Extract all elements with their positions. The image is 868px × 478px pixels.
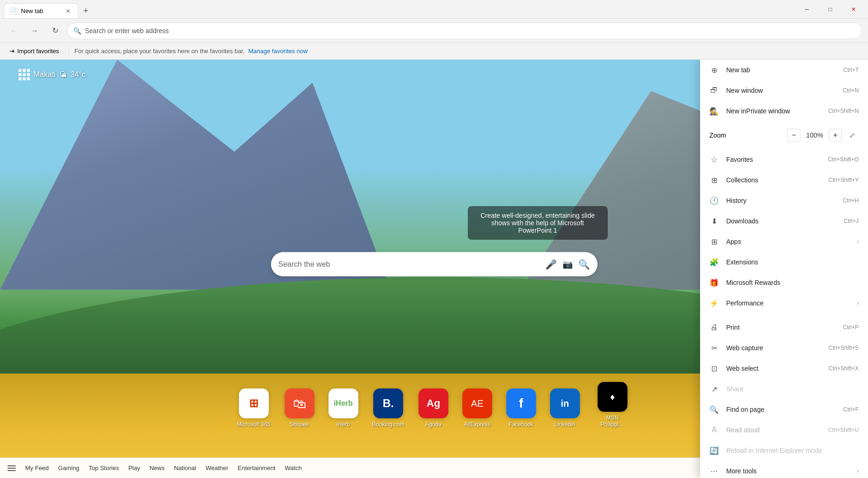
- bottom-nav-entertainment[interactable]: Entertainment: [238, 464, 276, 471]
- facebook-icon: f: [506, 388, 536, 418]
- new-window-shortcut: Ctrl+N: [843, 87, 859, 94]
- shopee-icon: 🛍: [285, 388, 314, 418]
- apps-grid-icon[interactable]: [19, 69, 30, 80]
- tab-label: New tab: [21, 7, 43, 14]
- share-icon: ↗: [709, 384, 719, 394]
- menu-item-collections[interactable]: ⊞ Collections Ctrl+Shift+Y: [700, 170, 868, 190]
- inprivate-shortcut: Ctrl+Shift+N: [828, 108, 859, 114]
- menu-item-web-select[interactable]: ⊡ Web select Ctrl+Shift+X: [700, 358, 868, 379]
- quick-link-msn[interactable]: ♦ MSN Philippi…: [594, 382, 631, 428]
- bottom-nav-play[interactable]: Play: [128, 464, 140, 471]
- search-submit-button[interactable]: 🔍: [578, 258, 590, 270]
- extensions-label: Extensions: [726, 258, 859, 266]
- quick-link-iherb[interactable]: iHerb iHerb: [328, 388, 358, 428]
- menu-item-rewards[interactable]: 🎁 Microsoft Rewards: [700, 272, 868, 293]
- bottom-nav-myfeed[interactable]: My Feed: [25, 464, 49, 471]
- zoom-plus-button[interactable]: +: [829, 129, 842, 142]
- bottom-nav-national[interactable]: National: [174, 464, 196, 471]
- menu-item-print[interactable]: 🖨 Print Ctrl+P: [700, 317, 868, 338]
- quick-link-aliexpress[interactable]: AE AliExpress: [462, 388, 492, 428]
- menu-item-history[interactable]: 🕐 History Ctrl+H: [700, 190, 868, 211]
- downloads-shortcut: Ctrl+J: [844, 218, 859, 224]
- bottom-nav-news[interactable]: News: [149, 464, 165, 471]
- share-label: Share: [726, 385, 859, 393]
- menu-item-read-aloud[interactable]: A Read aloud Ctrl+Shift+U: [700, 420, 868, 440]
- forward-button[interactable]: →: [26, 22, 43, 39]
- menu-item-performance[interactable]: ⚡ Performance ›: [700, 293, 868, 313]
- promo-card: Create well-designed, entertaining slide…: [468, 206, 608, 240]
- menu-item-reload-ie: 🔄 Reload in Internet Explorer mode: [700, 440, 868, 461]
- close-window-button[interactable]: ✕: [843, 2, 864, 17]
- performance-icon: ⚡: [709, 298, 719, 308]
- apps-label: Apps: [726, 238, 849, 245]
- hamburger-menu-button[interactable]: [7, 465, 16, 471]
- linkedin-label: Linkedin: [555, 421, 576, 428]
- reload-ie-icon: 🔄: [709, 446, 719, 455]
- rewards-icon: 🎁: [709, 278, 719, 287]
- performance-arrow: ›: [857, 300, 859, 306]
- bottom-nav-weather[interactable]: Weather: [206, 464, 229, 471]
- quick-link-booking[interactable]: B. Booking.com: [372, 388, 404, 428]
- back-button[interactable]: ←: [6, 22, 22, 39]
- menu-item-more-tools[interactable]: ⋯ More tools ›: [700, 461, 868, 478]
- iherb-label: iHerb: [336, 421, 350, 428]
- menu-item-inprivate[interactable]: 🕵 New inPrivate window Ctrl+Shift+N: [700, 101, 868, 121]
- refresh-button[interactable]: ↻: [47, 22, 63, 39]
- menu-item-new-tab[interactable]: ⊕ New tab Ctrl+T: [700, 60, 868, 80]
- nav-bar: ← → ↻ 🔍 Search or enter web address: [0, 19, 868, 43]
- browser-frame: 📄 New tab ✕ + ─ □ ✕ ← → ↻ 🔍 Search or en…: [0, 0, 868, 478]
- zoom-expand-button[interactable]: ⤢: [846, 129, 859, 142]
- quick-links: ⊞ Microsoft 365 🛍 Shopee iHerb iHerb B. …: [237, 382, 631, 428]
- quick-link-linkedin[interactable]: in Linkedin: [550, 388, 580, 428]
- import-label: Import favorites: [17, 48, 59, 55]
- bottom-nav-gaming[interactable]: Gaming: [58, 464, 80, 471]
- history-label: History: [726, 197, 835, 204]
- web-search-bar[interactable]: Search the web 🎤 📷 🔍: [271, 252, 597, 276]
- voice-search-button[interactable]: 🎤: [545, 258, 557, 270]
- tab-close-button[interactable]: ✕: [64, 7, 72, 15]
- web-capture-icon: ✂: [709, 343, 719, 353]
- read-aloud-label: Read aloud: [726, 426, 821, 434]
- maximize-button[interactable]: □: [819, 2, 841, 17]
- facebook-label: Facebook: [509, 421, 534, 428]
- address-bar[interactable]: 🔍 Search or enter web address: [67, 22, 862, 39]
- zoom-minus-button[interactable]: −: [787, 129, 800, 142]
- booking-label: Booking.com: [372, 421, 404, 428]
- promo-text: Create well-designed, entertaining slide…: [480, 212, 595, 234]
- bottom-nav-topstories[interactable]: Top Stories: [89, 464, 119, 471]
- bottom-nav-watch[interactable]: Watch: [285, 464, 302, 471]
- rewards-label: Microsoft Rewards: [726, 279, 859, 286]
- print-icon: 🖨: [709, 323, 719, 332]
- quick-link-facebook[interactable]: f Facebook: [506, 388, 536, 428]
- inprivate-label: New inPrivate window: [726, 107, 821, 115]
- inprivate-icon: 🕵: [709, 106, 719, 116]
- tab-favicon: 📄: [10, 7, 17, 15]
- search-placeholder: Search the web: [278, 260, 540, 268]
- zoom-row: Zoom − 100% + ⤢: [700, 125, 868, 145]
- manage-favorites-link[interactable]: Manage favorites now: [249, 48, 308, 55]
- menu-item-find-on-page[interactable]: 🔍 Find on page Ctrl+F: [700, 399, 868, 420]
- quick-link-agoda[interactable]: Ag Agoda: [418, 388, 448, 428]
- active-tab[interactable]: 📄 New tab ✕: [4, 3, 78, 18]
- quick-link-microsoft365[interactable]: ⊞ Microsoft 365: [237, 388, 271, 428]
- history-shortcut: Ctrl+H: [843, 197, 859, 204]
- visual-search-button[interactable]: 📷: [562, 259, 573, 269]
- weather-widget: Makati 🌤 34°c: [19, 69, 85, 80]
- collections-shortcut: Ctrl+Shift+Y: [828, 177, 859, 183]
- collections-label: Collections: [726, 176, 821, 184]
- shopee-label: Shopee: [290, 421, 309, 428]
- menu-item-web-capture[interactable]: ✂ Web capture Ctrl+Shift+S: [700, 338, 868, 358]
- new-window-icon: 🗗: [709, 86, 719, 95]
- import-favorites-button[interactable]: ⇥ Import favorites: [6, 46, 63, 56]
- quick-link-shopee[interactable]: 🛍 Shopee: [285, 388, 314, 428]
- menu-item-favorites[interactable]: ☆ Favorites Ctrl+Shift+O: [700, 149, 868, 170]
- menu-item-downloads[interactable]: ⬇ Downloads Ctrl+J: [700, 211, 868, 231]
- menu-item-extensions[interactable]: 🧩 Extensions: [700, 252, 868, 272]
- favorites-shortcut: Ctrl+Shift+O: [828, 156, 859, 163]
- web-select-icon: ⊡: [709, 364, 719, 373]
- minimize-button[interactable]: ─: [796, 2, 818, 17]
- menu-item-new-window[interactable]: 🗗 New window Ctrl+N: [700, 80, 868, 101]
- new-tab-button[interactable]: +: [78, 3, 93, 18]
- favorites-hint: For quick access, place your favorites h…: [75, 48, 245, 55]
- menu-item-apps[interactable]: ⊞ Apps ›: [700, 231, 868, 252]
